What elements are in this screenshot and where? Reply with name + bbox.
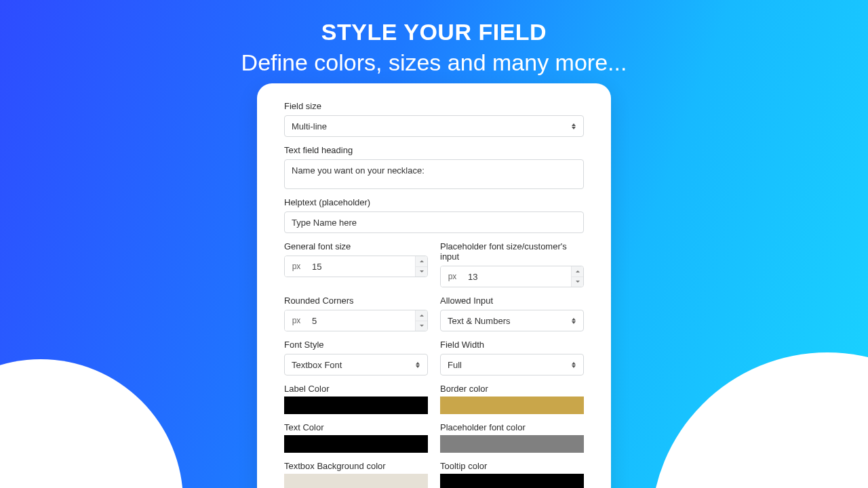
placeholder-font-size-label: Placeholder font size/customer's input <box>440 241 584 262</box>
spinner-up-icon[interactable] <box>416 256 427 267</box>
spinner-down-icon[interactable] <box>416 321 427 331</box>
helptext-value: Type Name here <box>292 218 576 228</box>
field-size-field: Field size Multi-line <box>284 101 584 137</box>
textbox-bg-color-label: Textbox Background color <box>284 461 428 471</box>
allowed-input-field: Allowed Input Text & Numbers <box>440 296 584 331</box>
rounded-corners-field: Rounded Corners px 5 <box>284 296 428 331</box>
select-caret-icon <box>571 318 576 324</box>
rounded-corners-value: 5 <box>308 310 415 331</box>
spinner-buttons[interactable] <box>415 310 427 331</box>
textbox-bg-color-swatch[interactable] <box>284 474 428 488</box>
allowed-input-value: Text & Numbers <box>448 316 571 326</box>
helptext-field: Helptext (placeholder) Type Name here <box>284 197 584 233</box>
allowed-input-label: Allowed Input <box>440 296 584 306</box>
page-background: STYLE YOUR FIELD Define colors, sizes an… <box>0 0 868 488</box>
unit-label: px <box>441 266 464 287</box>
allowed-input-select[interactable]: Text & Numbers <box>440 310 584 331</box>
select-caret-icon <box>571 362 576 368</box>
select-caret-icon <box>571 123 576 129</box>
spinner-buttons[interactable] <box>571 266 583 287</box>
font-style-value: Textbox Font <box>292 360 415 370</box>
font-style-select[interactable]: Textbox Font <box>284 354 428 375</box>
border-color-swatch[interactable] <box>440 396 584 414</box>
text-color-swatch[interactable] <box>284 435 428 453</box>
tooltip-color-swatch[interactable] <box>440 474 584 488</box>
field-width-label: Field Width <box>440 340 584 350</box>
font-style-field: Font Style Textbox Font <box>284 340 428 375</box>
hero-title: STYLE YOUR FIELD <box>0 19 868 45</box>
border-color-label: Border color <box>440 384 584 394</box>
spinner-up-icon[interactable] <box>572 266 583 277</box>
spinner-down-icon[interactable] <box>416 267 427 277</box>
placeholder-font-size-field: Placeholder font size/customer's input p… <box>440 241 584 287</box>
placeholder-font-color-label: Placeholder font color <box>440 422 584 432</box>
text-color-label: Text Color <box>284 422 428 432</box>
border-color-field: Border color <box>440 384 584 414</box>
field-width-select[interactable]: Full <box>440 354 584 375</box>
tooltip-color-field: Tooltip color <box>440 461 584 488</box>
general-font-size-input[interactable]: px 15 <box>284 256 428 277</box>
field-width-value: Full <box>448 360 571 370</box>
spinner-down-icon[interactable] <box>572 277 583 287</box>
placeholder-font-size-value: 13 <box>464 266 571 287</box>
font-style-label: Font Style <box>284 340 428 350</box>
label-color-swatch[interactable] <box>284 396 428 414</box>
tooltip-color-label: Tooltip color <box>440 461 584 471</box>
text-color-field: Text Color <box>284 422 428 453</box>
unit-label: px <box>285 256 308 277</box>
placeholder-font-size-input[interactable]: px 13 <box>440 266 584 287</box>
rounded-corners-label: Rounded Corners <box>284 296 428 306</box>
general-font-size-field: General font size px 15 <box>284 241 428 287</box>
field-width-field: Field Width Full <box>440 340 584 375</box>
label-color-label: Label Color <box>284 384 428 394</box>
text-heading-value: Name you want on your necklace: <box>292 165 576 176</box>
text-heading-label: Text field heading <box>284 145 584 155</box>
unit-label: px <box>285 310 308 331</box>
hero: STYLE YOUR FIELD Define colors, sizes an… <box>0 19 868 76</box>
rounded-corners-input[interactable]: px 5 <box>284 310 428 331</box>
decorative-circle <box>651 352 868 488</box>
decorative-circle <box>0 359 183 488</box>
helptext-input[interactable]: Type Name here <box>284 211 584 233</box>
text-heading-field: Text field heading Name you want on your… <box>284 145 584 189</box>
settings-card: Field size Multi-line Text field heading… <box>257 83 611 488</box>
helptext-label: Helptext (placeholder) <box>284 197 584 207</box>
field-size-label: Field size <box>284 101 584 111</box>
label-color-field: Label Color <box>284 384 428 414</box>
general-font-size-value: 15 <box>308 256 415 277</box>
textbox-bg-color-field: Textbox Background color <box>284 461 428 488</box>
spinner-up-icon[interactable] <box>416 310 427 321</box>
hero-subtitle: Define colors, sizes and many more... <box>0 49 868 76</box>
select-caret-icon <box>415 362 420 368</box>
placeholder-font-color-swatch[interactable] <box>440 435 584 453</box>
general-font-size-label: General font size <box>284 241 428 251</box>
text-heading-input[interactable]: Name you want on your necklace: <box>284 159 584 189</box>
spinner-buttons[interactable] <box>415 256 427 277</box>
placeholder-font-color-field: Placeholder font color <box>440 422 584 453</box>
field-size-value: Multi-line <box>292 121 571 131</box>
field-size-select[interactable]: Multi-line <box>284 115 584 137</box>
